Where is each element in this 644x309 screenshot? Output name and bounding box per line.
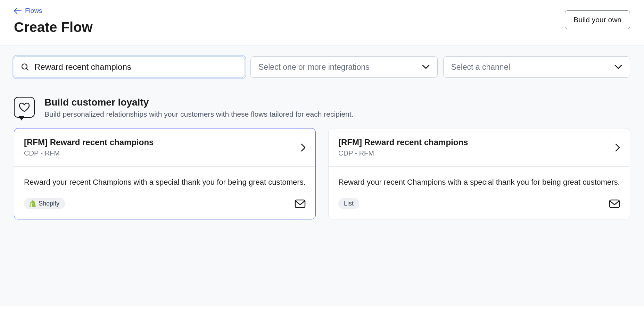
content-area: Select one or more integrations Select a…	[0, 46, 644, 306]
chevron-right-icon	[615, 143, 620, 152]
svg-rect-1	[295, 200, 305, 208]
search-input[interactable]	[14, 56, 245, 78]
back-link-label: Flows	[25, 7, 42, 15]
integration-tag: Shopify	[24, 198, 65, 209]
chevron-down-icon	[422, 65, 430, 69]
flow-card[interactable]: [RFM] Reward recent champions CDP - RFM …	[14, 128, 316, 219]
mail-icon	[609, 199, 620, 208]
arrow-left-icon	[14, 8, 22, 14]
build-your-own-button[interactable]: Build your own	[565, 10, 630, 29]
card-subtitle: CDP - RFM	[338, 149, 468, 157]
card-subtitle: CDP - RFM	[24, 149, 154, 157]
card-description: Reward your recent Champions with a spec…	[24, 176, 306, 188]
section-title: Build customer loyalty	[44, 97, 353, 108]
card-head-text: [RFM] Reward recent champions CDP - RFM	[24, 137, 154, 157]
section-header: Build customer loyalty Build personalize…	[14, 97, 630, 118]
section-text: Build customer loyalty Build personalize…	[44, 97, 353, 118]
card-body: Reward your recent Champions with a spec…	[14, 167, 315, 219]
card-description: Reward your recent Champions with a spec…	[338, 176, 620, 188]
svg-rect-2	[610, 200, 619, 208]
page-header: Flows Create Flow Build your own	[0, 0, 644, 46]
shopify-icon	[30, 200, 36, 207]
card-head-text: [RFM] Reward recent champions CDP - RFM	[338, 137, 468, 157]
header-left: Flows Create Flow	[14, 7, 93, 35]
page-title: Create Flow	[14, 19, 93, 35]
filters-row: Select one or more integrations Select a…	[14, 56, 630, 78]
card-body: Reward your recent Champions with a spec…	[329, 167, 630, 219]
card-title: [RFM] Reward recent champions	[24, 137, 154, 147]
chevron-down-icon	[614, 65, 622, 69]
search-icon	[21, 63, 29, 71]
heart-bubble-icon	[14, 97, 35, 118]
cards-row: [RFM] Reward recent champions CDP - RFM …	[14, 128, 630, 219]
channel-select-placeholder: Select a channel	[451, 62, 510, 72]
card-footer: List	[338, 198, 620, 209]
flow-card[interactable]: [RFM] Reward recent champions CDP - RFM …	[328, 128, 630, 219]
chevron-right-icon	[301, 143, 306, 152]
mail-icon	[295, 199, 306, 208]
card-footer: Shopify	[24, 198, 306, 209]
card-head: [RFM] Reward recent champions CDP - RFM	[14, 128, 315, 167]
integrations-select-placeholder: Select one or more integrations	[258, 62, 370, 72]
section-description: Build personalized relationships with yo…	[44, 110, 353, 118]
channel-select[interactable]: Select a channel	[443, 56, 630, 78]
integrations-select[interactable]: Select one or more integrations	[250, 56, 438, 78]
card-head: [RFM] Reward recent champions CDP - RFM	[329, 128, 630, 167]
integration-tag: List	[338, 198, 359, 209]
back-link[interactable]: Flows	[14, 7, 93, 15]
tag-label: Shopify	[39, 200, 59, 207]
tag-label: List	[344, 200, 354, 207]
search-wrapper	[14, 56, 245, 78]
card-title: [RFM] Reward recent champions	[338, 137, 468, 147]
